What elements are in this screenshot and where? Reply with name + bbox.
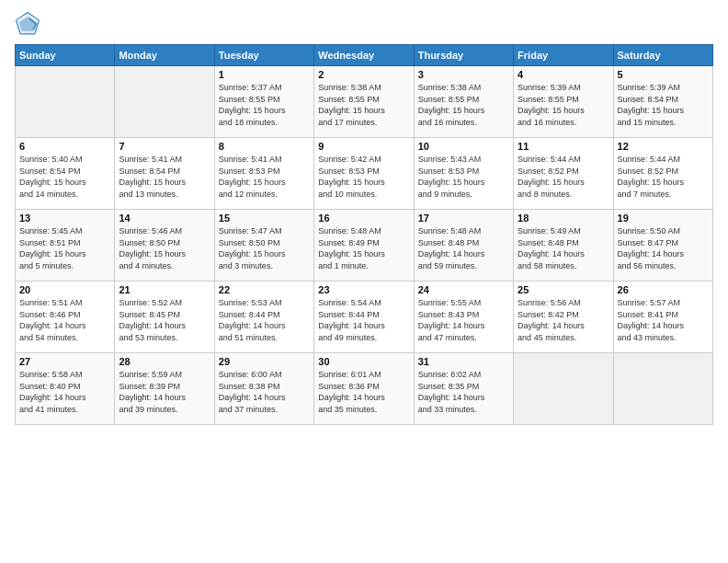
day-cell: 27Sunrise: 5:58 AM Sunset: 8:40 PM Dayli…	[16, 353, 115, 425]
day-cell: 17Sunrise: 5:48 AM Sunset: 8:48 PM Dayli…	[414, 210, 513, 282]
day-cell: 14Sunrise: 5:46 AM Sunset: 8:50 PM Dayli…	[115, 210, 214, 282]
day-number: 16	[318, 213, 409, 224]
day-info: Sunrise: 5:44 AM Sunset: 8:52 PM Dayligh…	[618, 154, 709, 200]
week-row-1: 6Sunrise: 5:40 AM Sunset: 8:54 PM Daylig…	[16, 138, 713, 210]
day-cell: 25Sunrise: 5:56 AM Sunset: 8:42 PM Dayli…	[514, 282, 613, 353]
day-info: Sunrise: 5:55 AM Sunset: 8:43 PM Dayligh…	[418, 297, 509, 343]
day-number: 9	[318, 141, 409, 152]
day-number: 24	[418, 284, 509, 295]
day-number: 25	[518, 284, 609, 295]
day-info: Sunrise: 5:38 AM Sunset: 8:55 PM Dayligh…	[318, 82, 409, 128]
day-number: 30	[318, 356, 409, 367]
day-cell: 9Sunrise: 5:42 AM Sunset: 8:53 PM Daylig…	[314, 138, 414, 210]
day-info: Sunrise: 5:48 AM Sunset: 8:49 PM Dayligh…	[318, 225, 409, 271]
day-number: 3	[418, 69, 509, 80]
week-row-0: 1Sunrise: 5:37 AM Sunset: 8:55 PM Daylig…	[16, 66, 713, 138]
calendar-table: SundayMondayTuesdayWednesdayThursdayFrid…	[15, 44, 713, 425]
day-number: 23	[318, 284, 409, 295]
day-cell: 1Sunrise: 5:37 AM Sunset: 8:55 PM Daylig…	[214, 66, 313, 138]
day-cell: 7Sunrise: 5:41 AM Sunset: 8:54 PM Daylig…	[115, 138, 214, 210]
day-cell: 6Sunrise: 5:40 AM Sunset: 8:54 PM Daylig…	[16, 138, 115, 210]
day-cell: 2Sunrise: 5:38 AM Sunset: 8:55 PM Daylig…	[314, 66, 414, 138]
day-cell: 29Sunrise: 6:00 AM Sunset: 8:38 PM Dayli…	[214, 353, 313, 425]
day-info: Sunrise: 5:46 AM Sunset: 8:50 PM Dayligh…	[119, 225, 210, 271]
header-tuesday: Tuesday	[214, 45, 313, 66]
day-number: 14	[119, 213, 210, 224]
day-number: 12	[618, 141, 709, 152]
logo	[15, 11, 44, 37]
day-info: Sunrise: 5:39 AM Sunset: 8:54 PM Dayligh…	[618, 82, 709, 128]
day-number: 19	[618, 213, 709, 224]
day-number: 15	[219, 213, 310, 224]
day-cell: 20Sunrise: 5:51 AM Sunset: 8:46 PM Dayli…	[16, 282, 115, 353]
day-info: Sunrise: 5:42 AM Sunset: 8:53 PM Dayligh…	[318, 154, 409, 200]
day-number: 26	[618, 284, 709, 295]
day-number: 1	[219, 69, 310, 80]
header	[15, 11, 713, 37]
header-monday: Monday	[115, 45, 214, 66]
day-cell: 11Sunrise: 5:44 AM Sunset: 8:52 PM Dayli…	[514, 138, 613, 210]
day-number: 5	[618, 69, 709, 80]
day-cell: 15Sunrise: 5:47 AM Sunset: 8:50 PM Dayli…	[214, 210, 313, 282]
day-cell: 30Sunrise: 6:01 AM Sunset: 8:36 PM Dayli…	[314, 353, 414, 425]
day-info: Sunrise: 5:51 AM Sunset: 8:46 PM Dayligh…	[19, 297, 110, 343]
day-number: 18	[518, 213, 609, 224]
day-info: Sunrise: 5:40 AM Sunset: 8:54 PM Dayligh…	[19, 154, 110, 200]
day-number: 2	[318, 69, 409, 80]
day-number: 10	[418, 141, 509, 152]
day-number: 22	[219, 284, 310, 295]
day-number: 13	[19, 213, 110, 224]
day-info: Sunrise: 5:48 AM Sunset: 8:48 PM Dayligh…	[418, 225, 509, 271]
day-info: Sunrise: 5:41 AM Sunset: 8:54 PM Dayligh…	[119, 154, 210, 200]
day-number: 27	[19, 356, 110, 367]
logo-icon	[15, 11, 40, 37]
day-cell: 5Sunrise: 5:39 AM Sunset: 8:54 PM Daylig…	[613, 66, 712, 138]
day-info: Sunrise: 5:53 AM Sunset: 8:44 PM Dayligh…	[219, 297, 310, 343]
day-number: 31	[418, 356, 509, 367]
day-cell: 4Sunrise: 5:39 AM Sunset: 8:55 PM Daylig…	[514, 66, 613, 138]
day-info: Sunrise: 5:54 AM Sunset: 8:44 PM Dayligh…	[318, 297, 409, 343]
day-info: Sunrise: 5:56 AM Sunset: 8:42 PM Dayligh…	[518, 297, 609, 343]
day-cell	[514, 353, 613, 425]
day-info: Sunrise: 5:58 AM Sunset: 8:40 PM Dayligh…	[19, 369, 110, 415]
day-info: Sunrise: 5:41 AM Sunset: 8:53 PM Dayligh…	[219, 154, 310, 200]
day-cell: 23Sunrise: 5:54 AM Sunset: 8:44 PM Dayli…	[314, 282, 414, 353]
week-row-4: 27Sunrise: 5:58 AM Sunset: 8:40 PM Dayli…	[16, 353, 713, 425]
day-cell: 12Sunrise: 5:44 AM Sunset: 8:52 PM Dayli…	[613, 138, 712, 210]
day-cell: 8Sunrise: 5:41 AM Sunset: 8:53 PM Daylig…	[214, 138, 313, 210]
day-info: Sunrise: 6:01 AM Sunset: 8:36 PM Dayligh…	[318, 369, 409, 415]
header-sunday: Sunday	[16, 45, 115, 66]
day-info: Sunrise: 5:50 AM Sunset: 8:47 PM Dayligh…	[618, 225, 709, 271]
day-number: 8	[219, 141, 310, 152]
header-thursday: Thursday	[414, 45, 513, 66]
day-cell	[115, 66, 214, 138]
day-number: 29	[219, 356, 310, 367]
week-row-2: 13Sunrise: 5:45 AM Sunset: 8:51 PM Dayli…	[16, 210, 713, 282]
day-info: Sunrise: 5:43 AM Sunset: 8:53 PM Dayligh…	[418, 154, 509, 200]
day-info: Sunrise: 5:44 AM Sunset: 8:52 PM Dayligh…	[518, 154, 609, 200]
day-number: 17	[418, 213, 509, 224]
day-info: Sunrise: 6:02 AM Sunset: 8:35 PM Dayligh…	[418, 369, 509, 415]
day-cell: 19Sunrise: 5:50 AM Sunset: 8:47 PM Dayli…	[613, 210, 712, 282]
day-info: Sunrise: 5:38 AM Sunset: 8:55 PM Dayligh…	[418, 82, 509, 128]
day-number: 4	[518, 69, 609, 80]
day-cell: 31Sunrise: 6:02 AM Sunset: 8:35 PM Dayli…	[414, 353, 513, 425]
day-number: 28	[119, 356, 210, 367]
day-cell: 13Sunrise: 5:45 AM Sunset: 8:51 PM Dayli…	[16, 210, 115, 282]
day-number: 11	[518, 141, 609, 152]
day-info: Sunrise: 5:47 AM Sunset: 8:50 PM Dayligh…	[219, 225, 310, 271]
day-info: Sunrise: 6:00 AM Sunset: 8:38 PM Dayligh…	[219, 369, 310, 415]
day-cell: 18Sunrise: 5:49 AM Sunset: 8:48 PM Dayli…	[514, 210, 613, 282]
header-friday: Friday	[514, 45, 613, 66]
day-info: Sunrise: 5:37 AM Sunset: 8:55 PM Dayligh…	[219, 82, 310, 128]
day-info: Sunrise: 5:45 AM Sunset: 8:51 PM Dayligh…	[19, 225, 110, 271]
calendar-page: SundayMondayTuesdayWednesdayThursdayFrid…	[0, 0, 728, 563]
day-cell: 28Sunrise: 5:59 AM Sunset: 8:39 PM Dayli…	[115, 353, 214, 425]
day-info: Sunrise: 5:49 AM Sunset: 8:48 PM Dayligh…	[518, 225, 609, 271]
day-cell: 21Sunrise: 5:52 AM Sunset: 8:45 PM Dayli…	[115, 282, 214, 353]
day-cell	[613, 353, 712, 425]
day-cell: 24Sunrise: 5:55 AM Sunset: 8:43 PM Dayli…	[414, 282, 513, 353]
header-saturday: Saturday	[613, 45, 712, 66]
day-cell: 10Sunrise: 5:43 AM Sunset: 8:53 PM Dayli…	[414, 138, 513, 210]
day-number: 7	[119, 141, 210, 152]
